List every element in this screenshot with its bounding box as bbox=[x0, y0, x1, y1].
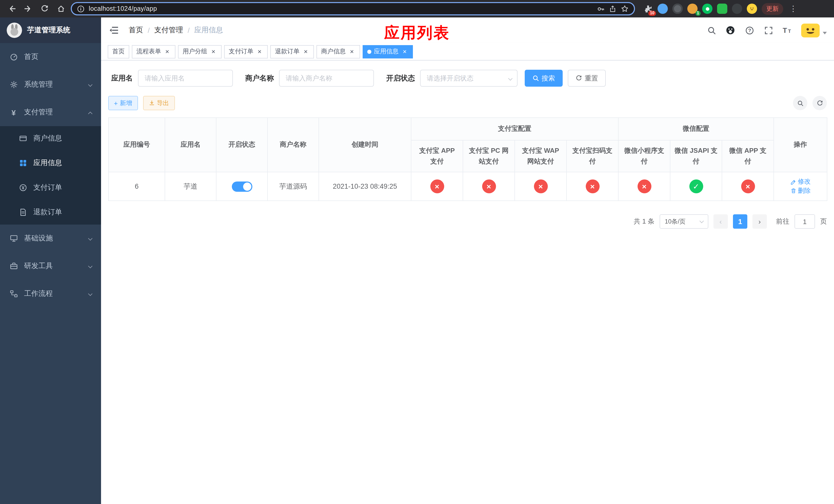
goto-page-input[interactable] bbox=[794, 214, 815, 229]
search-button[interactable]: 搜索 bbox=[525, 70, 563, 87]
breadcrumb-home[interactable]: 首页 bbox=[129, 26, 143, 35]
alipay-wap-status-icon: × bbox=[534, 180, 548, 193]
col-header-alipay-pc: 支付宝 PC 网站支付 bbox=[463, 140, 515, 172]
share-icon[interactable] bbox=[609, 5, 616, 13]
green-chat-extension-icon[interactable] bbox=[702, 4, 712, 14]
tab-pay-order[interactable]: 支付订单× bbox=[224, 45, 268, 58]
page-1-button[interactable]: 1 bbox=[733, 214, 747, 229]
browser-home-icon[interactable] bbox=[54, 2, 67, 15]
page-size-select[interactable]: 10条/页 bbox=[660, 214, 708, 229]
sidebar-item-merchant-info[interactable]: 商户信息 bbox=[0, 126, 101, 151]
sidebar-item-workflow[interactable]: 工作流程 bbox=[0, 280, 101, 307]
app-logo[interactable]: 芋道管理系统 bbox=[0, 18, 101, 43]
chevron-down-icon bbox=[88, 83, 93, 87]
col-header-wx-jsapi: 微信 JSAPI 支付 bbox=[670, 140, 722, 172]
app-title: 芋道管理系统 bbox=[27, 26, 70, 35]
blue-extension-icon[interactable] bbox=[658, 4, 668, 14]
app-table-wrap: 应用编号 应用名 开启状态 商户名称 创建时间 支付宝配置 微信配置 操作 支付… bbox=[108, 117, 827, 201]
close-icon[interactable]: × bbox=[210, 48, 217, 55]
font-size-icon[interactable]: TT bbox=[782, 25, 792, 36]
close-icon[interactable]: × bbox=[401, 48, 408, 55]
password-key-icon[interactable] bbox=[597, 5, 605, 13]
sidebar-item-label: 系统管理 bbox=[24, 80, 53, 89]
browser-back-icon[interactable] bbox=[5, 2, 18, 15]
avatar-extension-icon[interactable]: 1 bbox=[687, 4, 698, 14]
status-select[interactable]: 请选择开启状态 bbox=[420, 70, 518, 87]
tab-process-form[interactable]: 流程表单× bbox=[132, 45, 175, 58]
add-button[interactable]: + 新增 bbox=[108, 96, 138, 110]
refresh-button[interactable] bbox=[812, 96, 827, 110]
page-content: 应用名 商户名称 开启状态 请选择开启状态 搜索 重置 bbox=[101, 61, 834, 239]
extensions-puzzle-icon[interactable]: 10 bbox=[643, 4, 653, 14]
help-icon[interactable]: ? bbox=[744, 25, 754, 36]
sidebar-item-dev-tools[interactable]: 研发工具 bbox=[0, 252, 101, 280]
workflow-icon bbox=[9, 290, 18, 298]
col-header-alipay-app: 支付宝 APP 支付 bbox=[411, 140, 463, 172]
merchant-name-input[interactable] bbox=[279, 70, 374, 87]
col-header-created: 创建时间 bbox=[319, 118, 411, 172]
tab-merchant-info[interactable]: 商户信息× bbox=[316, 45, 360, 58]
table-row: 6 芋道 芋道源码 2021-10-23 08:49:25 × × × × × bbox=[109, 172, 827, 201]
green-app-extension-icon[interactable] bbox=[717, 4, 727, 14]
tab-refund-order[interactable]: 退款订单× bbox=[270, 45, 314, 58]
tab-user-group[interactable]: 用户分组× bbox=[178, 45, 222, 58]
app-window: 芋道管理系统 首页 系统管理 ¥ 支付管理 bbox=[0, 18, 834, 504]
tab-home[interactable]: 首页 bbox=[108, 45, 129, 58]
toggle-search-button[interactable] bbox=[793, 96, 807, 110]
close-icon[interactable]: × bbox=[163, 48, 171, 55]
table-toolbar: + 新增 导出 bbox=[108, 96, 827, 110]
status-toggle[interactable] bbox=[232, 181, 252, 191]
github-icon[interactable] bbox=[725, 25, 736, 36]
browser-forward-icon[interactable] bbox=[22, 2, 35, 15]
fullscreen-icon[interactable] bbox=[763, 25, 773, 36]
reset-button[interactable]: 重置 bbox=[568, 70, 606, 87]
app-name-input[interactable] bbox=[138, 70, 233, 87]
chevron-down-icon bbox=[700, 219, 704, 223]
browser-update-button[interactable]: 更新 bbox=[762, 3, 783, 15]
sidebar-item-pay-order[interactable]: 支付订单 bbox=[0, 175, 101, 200]
pagination: 共 1 条 10条/页 ‹ 1 › 前往 页 bbox=[108, 214, 827, 239]
svg-text:T: T bbox=[788, 29, 791, 34]
cell-status bbox=[216, 172, 267, 201]
svg-text:?: ? bbox=[748, 27, 751, 33]
browser-reload-icon[interactable] bbox=[38, 2, 51, 15]
pay-order-icon bbox=[19, 183, 27, 192]
address-bar[interactable]: localhost:1024/pay/app bbox=[71, 2, 635, 15]
main-area: 首页 / 支付管理 / 应用信息 ? bbox=[101, 18, 834, 504]
wx-app-status-icon: × bbox=[741, 180, 755, 193]
emoji-face-extension-icon[interactable] bbox=[747, 4, 757, 14]
sidebar-item-label: 首页 bbox=[24, 52, 39, 62]
sidebar-item-system[interactable]: 系统管理 bbox=[0, 71, 101, 98]
prev-page-button[interactable]: ‹ bbox=[714, 214, 728, 229]
sidebar-item-app-info[interactable]: 应用信息 bbox=[0, 151, 101, 175]
goto-label: 前往 bbox=[776, 217, 789, 226]
col-header-status: 开启状态 bbox=[216, 118, 267, 172]
sidebar-item-payment[interactable]: ¥ 支付管理 bbox=[0, 98, 101, 126]
alipay-pc-status-icon: × bbox=[482, 180, 496, 193]
credit-card-icon bbox=[19, 134, 27, 143]
hamburger-icon[interactable] bbox=[108, 26, 119, 35]
sidebar-item-home[interactable]: 首页 bbox=[0, 43, 101, 71]
browser-menu-icon[interactable]: ⋮ bbox=[788, 4, 798, 13]
dark-pin-extension-icon[interactable] bbox=[732, 4, 742, 14]
delete-link[interactable]: 删除 bbox=[790, 186, 811, 195]
bookmark-star-icon[interactable] bbox=[621, 5, 629, 13]
edit-link[interactable]: 修改 bbox=[790, 177, 811, 186]
sidebar-item-label: 商户信息 bbox=[33, 134, 62, 143]
user-avatar[interactable] bbox=[801, 23, 827, 37]
site-info-icon[interactable] bbox=[77, 5, 85, 13]
search-icon[interactable] bbox=[706, 25, 717, 36]
top-navbar: 首页 / 支付管理 / 应用信息 ? bbox=[101, 18, 834, 43]
next-page-button[interactable]: › bbox=[752, 214, 767, 229]
export-button[interactable]: 导出 bbox=[143, 96, 175, 110]
cell-created: 2021-10-23 08:49:25 bbox=[319, 172, 411, 201]
breadcrumb-payment[interactable]: 支付管理 bbox=[154, 26, 183, 35]
dark-extension-icon[interactable] bbox=[673, 4, 683, 14]
sidebar-item-refund-order[interactable]: 退款订单 bbox=[0, 200, 101, 225]
close-icon[interactable]: × bbox=[256, 48, 263, 55]
close-icon[interactable]: × bbox=[348, 48, 355, 55]
extensions-area: 10 1 更新 ⋮ bbox=[643, 3, 798, 15]
close-icon[interactable]: × bbox=[302, 48, 309, 55]
sidebar-item-infrastructure[interactable]: 基础设施 bbox=[0, 225, 101, 252]
tab-app-info[interactable]: 应用信息× bbox=[363, 45, 413, 58]
